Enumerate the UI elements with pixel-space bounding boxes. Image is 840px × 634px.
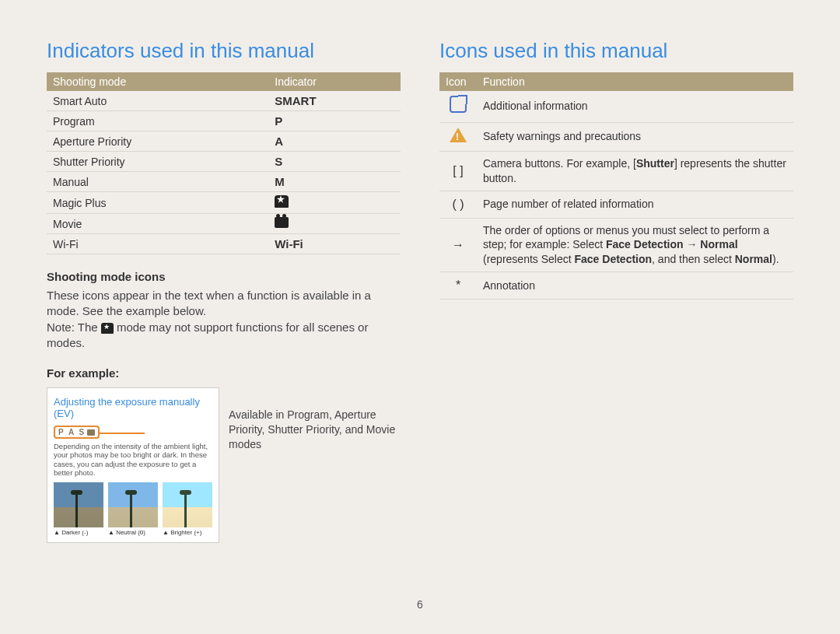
- table-row: ( )Page number of related information: [439, 191, 793, 218]
- movie-glyph-icon: [87, 429, 95, 436]
- shooting-mode-note: Note: The mode may not support functions…: [47, 320, 401, 352]
- thumb: Darker (-): [54, 482, 103, 536]
- mode-cell: Manual: [47, 172, 268, 192]
- indicator-cell: M: [268, 172, 401, 192]
- table-row: ManualM: [47, 172, 401, 192]
- note-pre: Note: The: [47, 321, 101, 334]
- example-thumbs: Darker (-)Neutral (0)Brighter (+): [54, 482, 212, 536]
- thumb: Brighter (+): [163, 482, 212, 536]
- thumb-image: [54, 482, 103, 527]
- indicator-cell: S: [268, 152, 401, 172]
- thumb-label: Darker (-): [54, 529, 103, 536]
- col-shooting-mode: Shooting mode: [47, 72, 268, 91]
- function-cell: Camera buttons. For example, [Shutter] r…: [477, 152, 793, 191]
- table-row: →The order of options or menus you must …: [439, 218, 793, 272]
- table-row: Magic Plus: [47, 192, 401, 214]
- thumb: Neutral (0): [108, 482, 158, 536]
- table-row: ProgramP: [47, 111, 401, 131]
- icon-cell: →: [439, 218, 477, 272]
- example-callout: Available in Program, Aperture Priority,…: [229, 387, 401, 452]
- icon-cell: [439, 91, 477, 122]
- left-column: Indicators used in this manual Shooting …: [47, 39, 401, 543]
- mode-cell: Magic Plus: [47, 192, 268, 214]
- icon-cell: [439, 122, 477, 152]
- icons-table: Icon Function Additional informationSafe…: [439, 72, 793, 299]
- indicator-cell: SMART: [268, 91, 401, 111]
- example-box: Adjusting the exposure manually (EV) P A…: [47, 387, 219, 543]
- thumb-image: [108, 482, 158, 527]
- col-icon: Icon: [439, 72, 477, 91]
- icon-cell: ( ): [439, 191, 477, 218]
- function-cell: Page number of related information: [477, 191, 793, 218]
- mode-badge-text: P A S: [58, 428, 86, 436]
- info-icon: [450, 96, 467, 113]
- mode-cell: Wi-Fi: [47, 234, 268, 254]
- table-row: Movie: [47, 214, 401, 234]
- table-row: Smart AutoSMART: [47, 91, 401, 111]
- icons-heading: Icons used in this manual: [439, 39, 793, 63]
- indicator-cell: [268, 192, 401, 214]
- function-cell: The order of options or menus you must s…: [477, 218, 793, 272]
- function-cell: Annotation: [477, 272, 793, 299]
- thumb-label: Brighter (+): [163, 529, 212, 536]
- page-number: 6: [417, 598, 423, 611]
- table-row: Safety warnings and precautions: [439, 122, 793, 152]
- lamp-post-icon: [184, 490, 187, 527]
- right-column: Icons used in this manual Icon Function …: [439, 39, 793, 543]
- table-row: [ ]Camera buttons. For example, [Shutter…: [439, 152, 793, 191]
- mode-cell: Shutter Priority: [47, 152, 268, 172]
- mode-cell: Aperture Priority: [47, 131, 268, 152]
- col-indicator: Indicator: [268, 72, 401, 91]
- thumb-label: Neutral (0): [108, 529, 158, 536]
- lamp-post-icon: [130, 490, 132, 527]
- example-desc: Depending on the intensity of the ambien…: [54, 442, 212, 478]
- movie-icon: [275, 217, 289, 228]
- table-row: *Annotation: [439, 272, 793, 299]
- function-cell: Safety warnings and precautions: [477, 122, 793, 152]
- shooting-mode-icons-heading: Shooting mode icons: [47, 270, 401, 283]
- function-cell: Additional information: [477, 91, 793, 122]
- thumb-image: [163, 482, 212, 527]
- mode-cell: Smart Auto: [47, 91, 268, 111]
- shooting-mode-icons-para: These icons appear in the text when a fu…: [47, 288, 401, 320]
- indicator-cell: P: [268, 111, 401, 131]
- table-row: Shutter PriorityS: [47, 152, 401, 172]
- indicators-table: Shooting mode Indicator Smart AutoSMARTP…: [47, 72, 401, 254]
- col-function: Function: [477, 72, 793, 91]
- mode-cell: Movie: [47, 214, 268, 234]
- icon-cell: [ ]: [439, 152, 477, 191]
- icon-cell: *: [439, 272, 477, 299]
- magic-plus-icon: [101, 323, 114, 334]
- indicator-cell: Wi-Fi: [268, 234, 401, 254]
- lamp-post-icon: [75, 490, 78, 527]
- for-example-heading: For example:: [47, 366, 401, 380]
- table-row: Additional information: [439, 91, 793, 122]
- mode-badge: P A S: [54, 426, 100, 439]
- indicator-cell: [268, 214, 401, 234]
- example-title: Adjusting the exposure manually (EV): [54, 396, 212, 419]
- indicators-heading: Indicators used in this manual: [47, 39, 401, 63]
- table-row: Wi-FiWi-Fi: [47, 234, 401, 254]
- warning-icon: [450, 128, 467, 142]
- indicator-cell: A: [268, 131, 401, 152]
- magic-plus-icon: [275, 195, 289, 208]
- table-row: Aperture PriorityA: [47, 131, 401, 152]
- callout-connector: [98, 433, 145, 434]
- mode-cell: Program: [47, 111, 268, 131]
